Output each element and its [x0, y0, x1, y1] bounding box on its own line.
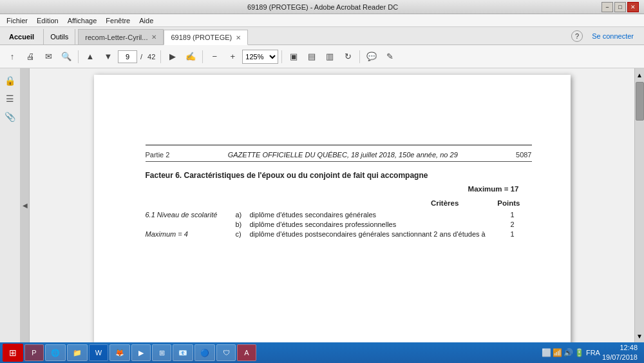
tab-right: ? Se connecter — [571, 27, 644, 44]
menu-fenetre[interactable]: Fenêtre — [102, 15, 134, 26]
taskbar-powerpoint[interactable]: P — [24, 344, 44, 361]
page-total: 42 — [146, 53, 157, 61]
row-6-1-label: 6.1 Niveau de scolarité — [146, 211, 236, 219]
taskbar-network[interactable]: 📶 — [553, 348, 562, 357]
back-button[interactable]: ↑ — [4, 48, 21, 65]
taskbar-right: ⬜ 📶 🔊 🔋 FRA 12:48 19/07/2018 — [542, 343, 641, 363]
prev-page-button[interactable]: ▲ — [82, 48, 99, 65]
col-criteres: Critères — [431, 199, 459, 207]
menu-fichier[interactable]: Fichier — [3, 15, 32, 26]
menu-affichage[interactable]: Affichage — [64, 15, 101, 26]
separator-3 — [202, 50, 203, 63]
title-bar: 69189 (PROTEGE) - Adobe Acrobat Reader D… — [0, 0, 644, 14]
tab-recom-label: recom-Letter-Cyril... — [85, 34, 147, 41]
menu-aide[interactable]: Aide — [135, 15, 157, 26]
pdf-header-line: Partie 2 GAZETTE OFFICIELLE DU QUÉBEC, 1… — [146, 151, 532, 162]
row-2c-pts: 1 — [493, 230, 532, 238]
pdf-content: Facteur 6. Caractéristiques de l'époux o… — [146, 171, 532, 238]
zoom-in-button[interactable]: + — [224, 48, 241, 65]
taskbar-battery[interactable]: 🔋 — [574, 348, 584, 357]
separator-1 — [78, 50, 79, 63]
taskbar-show-desktop[interactable]: ⬜ — [542, 348, 551, 357]
criteria-row-6-1-c: Maximum = 4 c) diplôme d'études postseco… — [146, 230, 532, 238]
row-2c-letter: c) — [236, 230, 250, 238]
sign-in-button[interactable]: Se connecter — [588, 31, 638, 41]
scroll-thumb[interactable] — [636, 82, 644, 121]
next-page-button[interactable]: ▼ — [100, 48, 117, 65]
max-total: Maximum = 17 — [146, 185, 519, 193]
row-2c-desc: diplôme d'études postsecondaires général… — [250, 230, 493, 238]
row-1b-letter: b) — [236, 221, 250, 228]
sys-icons: ⬜ 📶 🔊 🔋 — [542, 348, 584, 357]
separator-5 — [359, 50, 360, 63]
header-partie: Partie 2 — [146, 151, 170, 159]
right-scrollbar[interactable]: ▲ ▼ — [634, 68, 644, 342]
pdf-scroll-area[interactable]: Partie 2 GAZETTE OFFICIELLE DU QUÉBEC, 1… — [30, 68, 634, 342]
taskbar: ⊞ P 🌐 📁 W 🦊 ▶ ⊞ 📧 🔵 🛡 A ⬜ 📶 🔊 🔋 FRA 12:4… — [0, 342, 644, 363]
scroll-down-button[interactable]: ▼ — [635, 329, 644, 342]
rotate-button[interactable]: ↻ — [339, 48, 356, 65]
tab-tools[interactable]: Outils — [44, 29, 75, 44]
tab-home[interactable]: Accueil — [0, 29, 44, 44]
taskbar-ie[interactable]: 🌐 — [45, 344, 66, 361]
cursor-tool[interactable]: ▶ — [164, 48, 181, 65]
section-title: Facteur 6. Caractéristiques de l'époux o… — [146, 171, 468, 180]
separator-2 — [160, 50, 161, 63]
toolbar: ↑ 🖨 ✉ 🔍 ▲ ▼ / 42 ▶ ✍ − + 125% 100% 150% … — [0, 45, 644, 68]
print-button[interactable]: 🖨 — [22, 48, 39, 65]
taskbar-firefox[interactable]: 🦊 — [109, 344, 130, 361]
taskbar-media[interactable]: ▶ — [131, 344, 151, 361]
row-1b-desc: diplôme d'études secondaires professionn… — [250, 221, 493, 228]
tab-69189-close[interactable]: ✕ — [236, 34, 241, 41]
taskbar-acrobat[interactable]: A — [237, 344, 256, 361]
menu-edition[interactable]: Edition — [33, 15, 62, 26]
zoom-select[interactable]: 125% 100% 150% — [242, 50, 278, 64]
start-button[interactable]: ⊞ — [3, 344, 23, 362]
header-gazette: GAZETTE OFFICIELLE DU QUÉBEC, 18 juillet… — [228, 151, 458, 159]
tab-bar: Accueil Outils recom-Letter-Cyril... ✕ 6… — [0, 27, 644, 45]
title-bar-controls: − □ ✕ — [601, 2, 639, 12]
col-points: Points — [497, 199, 520, 207]
clock-time: 12:48 — [602, 343, 638, 353]
pen-button[interactable]: ✎ — [381, 48, 398, 65]
left-panel: 🔒 ☰ 📎 — [0, 68, 21, 342]
taskbar-chrome[interactable]: 🔵 — [194, 344, 215, 361]
layers-icon[interactable]: ☰ — [3, 92, 17, 106]
taskbar-explorer[interactable]: 📁 — [67, 344, 88, 361]
taskbar-word[interactable]: W — [89, 344, 108, 361]
page-sep: / — [138, 53, 144, 61]
help-button[interactable]: ? — [571, 30, 583, 42]
search-button[interactable]: 🔍 — [58, 48, 75, 65]
fit-width-button[interactable]: ▤ — [303, 48, 320, 65]
criteria-row-6-1-b: b) diplôme d'études secondaires professi… — [146, 221, 532, 228]
criteria-row-6-1-a: 6.1 Niveau de scolarité a) diplôme d'étu… — [146, 211, 532, 219]
fit-page-button[interactable]: ▣ — [285, 48, 302, 65]
tab-69189-label: 69189 (PROTEGE) — [171, 34, 232, 41]
taskbar-windows[interactable]: ⊞ — [152, 344, 171, 361]
email-button[interactable]: ✉ — [40, 48, 57, 65]
clock-date: 19/07/2018 — [602, 353, 638, 362]
fit-window-button[interactable]: ▥ — [321, 48, 338, 65]
close-button[interactable]: ✕ — [627, 2, 639, 12]
row-1a-letter: a) — [236, 211, 250, 219]
tab-69189[interactable]: 69189 (PROTEGE) ✕ — [164, 30, 248, 45]
maximize-button[interactable]: □ — [614, 2, 626, 12]
menu-bar: Fichier Edition Affichage Fenêtre Aide — [0, 14, 644, 27]
taskbar-clock[interactable]: 12:48 19/07/2018 — [602, 343, 638, 363]
tab-recom-close[interactable]: ✕ — [151, 34, 156, 41]
attachment-icon[interactable]: 📎 — [3, 110, 17, 124]
taskbar-volume[interactable]: 🔊 — [564, 348, 573, 357]
hand-tool[interactable]: ✍ — [182, 48, 199, 65]
separator-4 — [281, 50, 282, 63]
taskbar-outlook[interactable]: 📧 — [173, 344, 193, 361]
scroll-up-button[interactable]: ▲ — [635, 68, 644, 81]
taskbar-vpn[interactable]: 🛡 — [216, 344, 236, 361]
title-bar-text: 69189 (PROTEGE) - Adobe Acrobat Reader D… — [44, 3, 601, 11]
collapse-arrow[interactable]: ◀ — [21, 68, 30, 342]
minimize-button[interactable]: − — [601, 2, 613, 12]
zoom-out-button[interactable]: − — [206, 48, 223, 65]
tab-recom[interactable]: recom-Letter-Cyril... ✕ — [78, 29, 164, 44]
comment-button[interactable]: 💬 — [363, 48, 380, 65]
lock-icon[interactable]: 🔒 — [3, 74, 17, 88]
page-input[interactable] — [118, 50, 137, 63]
